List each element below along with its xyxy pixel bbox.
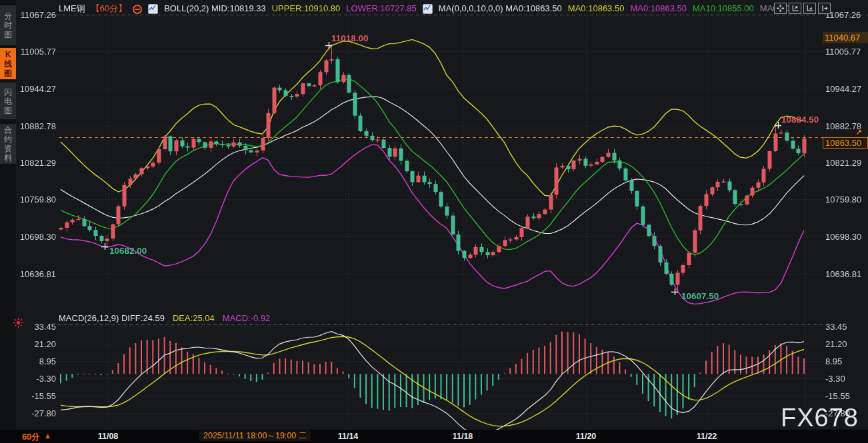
chart-canvas[interactable] <box>0 0 868 443</box>
price-axis-label: 10636.81 <box>20 268 56 278</box>
macd-dea-label: DEA:25.04 <box>173 313 215 324</box>
indicator-icon[interactable] <box>423 4 433 14</box>
price-axis-label: 10944.27 <box>825 84 861 94</box>
price-axis-label: 10944.27 <box>20 84 56 94</box>
price-axis-label: 10882.78 <box>20 121 56 131</box>
date-axis-label: 11/22 <box>697 432 717 441</box>
macd-axis-label: -15.55 <box>825 391 850 401</box>
macd-axis-label: -3.30 <box>36 374 56 384</box>
axis-scale-button[interactable] <box>803 3 816 14</box>
macd-axis-label: 8.95 <box>825 356 842 366</box>
indicator-header: LME铜【60分】BOLL(20,2) MID:10819.33UPPER:10… <box>59 3 795 14</box>
sidebar: 分时图K线图闪电图合约资料 <box>0 0 16 430</box>
price-axis-label: 11067.26 <box>21 10 56 20</box>
axis-zoom-button[interactable] <box>789 3 801 14</box>
current-price-tag: 10863.50 <box>823 137 868 149</box>
price-axis-label: 10636.81 <box>825 268 861 278</box>
macd-label: MACD(26,12,9) DIFF:24.59 <box>59 313 165 324</box>
macd-settings-icon[interactable] <box>13 318 23 328</box>
date-axis-label: 11/20 <box>576 432 597 441</box>
price-up-arrow-icon: ↗ <box>855 128 862 137</box>
price-axis-label: 10698.30 <box>20 232 56 242</box>
price-axis-label: 10759.80 <box>825 195 861 205</box>
macd-axis-label: -3.30 <box>825 374 845 384</box>
boll-upper-label: UPPER:10910.80 <box>272 3 341 14</box>
status-bar <box>0 430 868 443</box>
price-axis-label: 11005.77 <box>825 47 861 57</box>
ma0-magenta-label: MA0:10863.50 <box>630 3 687 14</box>
macd-axis-label: 33.45 <box>34 322 56 332</box>
chart-toolbar <box>774 3 831 14</box>
macd-axis-label: 21.20 <box>825 339 847 349</box>
crosshair-time-label: 2025/11/11 18:00～19:00 二 <box>199 430 311 441</box>
watermark: FX678 <box>781 404 859 432</box>
price-axis-label: 10821.29 <box>20 157 56 167</box>
ma10-green-label: MA10:10855.00 <box>693 3 754 14</box>
boll-lower-label: LOWER:10727.85 <box>346 3 417 14</box>
price-annotation: 10682.00 <box>109 246 147 256</box>
sidebar-tab-3[interactable]: 合约资料 <box>0 124 16 164</box>
indicator-icon[interactable] <box>148 4 158 14</box>
price-axis-label: 10698.30 <box>825 232 861 242</box>
price-annotation: 11018.00 <box>331 33 369 43</box>
sidebar-tab-0[interactable]: 分时图 <box>0 5 16 45</box>
market-status-icon <box>133 5 142 14</box>
period-up-arrow-icon[interactable]: ▲ <box>44 432 51 440</box>
period-label[interactable]: 60分 <box>22 432 39 443</box>
ma-label: MA(0,0,0,10,0,0) MA0:10863.50 <box>439 3 562 14</box>
sidebar-tab-2[interactable]: 闪电图 <box>0 83 16 119</box>
price-annotation: 10607.50 <box>681 291 719 301</box>
price-annotation: 10884.50 <box>781 115 819 125</box>
crosshair-button[interactable] <box>774 3 787 14</box>
sidebar-tab-1[interactable]: K线图 <box>0 48 16 79</box>
macd-axis-label: -15.55 <box>31 391 56 401</box>
session-high-tag: 11040.67 <box>823 32 868 43</box>
price-axis-label: 10759.80 <box>20 195 56 205</box>
price-axis-label: 11005.77 <box>21 47 56 57</box>
macd-axis-label: -27.80 <box>31 408 56 418</box>
date-axis-label: 11/08 <box>98 432 119 441</box>
macd-axis-label: 8.95 <box>39 356 56 366</box>
macd-value-label: MACD:-0.92 <box>223 313 271 324</box>
date-axis-label: 11/14 <box>338 432 359 441</box>
macd-axis-label: 21.20 <box>34 339 56 349</box>
price-axis-label: 10821.29 <box>825 157 861 167</box>
symbol-label: LME铜 <box>59 3 85 14</box>
period-label: 【60分】 <box>91 3 127 14</box>
macd-header: MACD(26,12,9) DIFF:24.59DEA:25.04MACD:-0… <box>59 313 270 324</box>
date-axis-label: 11/18 <box>453 432 473 441</box>
pan-right-button[interactable] <box>818 3 831 14</box>
ma0-yellow-label: MA0:10863.50 <box>568 3 625 14</box>
boll-label: BOLL(20,2) MID:10819.33 <box>164 3 265 14</box>
macd-axis-label: 33.45 <box>825 322 847 332</box>
trading-chart-window: 分时图K线图闪电图合约资料 LME铜【60分】BOLL(20,2) MID:10… <box>0 0 868 443</box>
